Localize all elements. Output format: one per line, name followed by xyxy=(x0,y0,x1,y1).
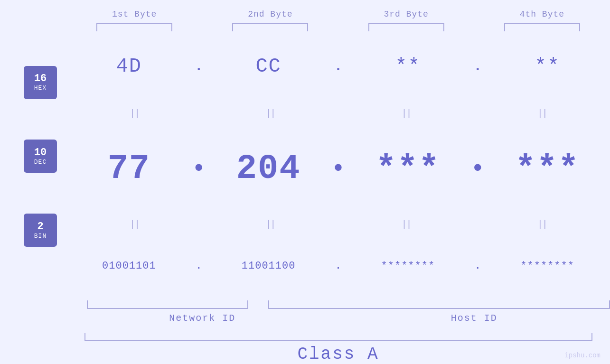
hex-val-4: ** xyxy=(535,55,560,78)
hex-val-1: 4D xyxy=(116,55,142,78)
hex-badge-num: 16 xyxy=(34,73,47,84)
bracket-4 xyxy=(504,23,580,31)
bin-dot-3: . xyxy=(475,261,480,271)
byte-4-header: 4th Byte xyxy=(474,9,610,19)
badges-column: 16 HEX 10 DEC 2 BIN xyxy=(0,41,66,296)
hex-val-2: CC xyxy=(255,55,281,78)
long-bracket-row xyxy=(66,333,610,341)
eq-4: || xyxy=(537,108,547,119)
watermark: ipshu.com xyxy=(564,352,601,359)
bottom-section: Network ID Host ID Class A xyxy=(0,300,610,364)
bracket-1 xyxy=(96,23,172,31)
bin-val-3: ******** xyxy=(381,260,435,272)
bracket-2 xyxy=(232,23,308,31)
dec-val-3: *** xyxy=(376,149,441,188)
dec-badge-num: 10 xyxy=(34,147,47,159)
hex-row: 4D . CC . ** . ** xyxy=(66,55,610,78)
hex-dot-3: . xyxy=(473,58,482,75)
id-labels: Network ID Host ID xyxy=(66,313,610,324)
bin-badge: 2 BIN xyxy=(24,214,57,247)
network-id-label: Network ID xyxy=(66,313,338,324)
host-bracket xyxy=(268,300,610,309)
dec-row: 77 • 204 • *** • *** xyxy=(66,149,610,188)
eq-7: || xyxy=(402,219,411,230)
hex-dot-2: . xyxy=(334,58,342,75)
dec-badge-label: DEC xyxy=(34,159,47,166)
id-brackets xyxy=(66,300,610,309)
eq-5: || xyxy=(130,219,139,230)
network-bracket-line xyxy=(87,300,248,309)
dec-dot-2: • xyxy=(331,155,345,182)
dec-dot-1: • xyxy=(192,155,206,182)
data-columns: 4D . CC . ** . ** || || || || xyxy=(66,41,610,296)
host-id-label: Host ID xyxy=(338,313,610,324)
bin-val-4: ******** xyxy=(520,260,574,272)
bin-badge-num: 2 xyxy=(37,221,43,233)
host-bracket-line xyxy=(268,300,610,309)
bin-dot-1: . xyxy=(196,261,202,271)
byte-3-header: 3rd Byte xyxy=(338,9,474,19)
content-area: 16 HEX 10 DEC 2 BIN 4D . CC xyxy=(0,41,610,296)
dec-val-4: *** xyxy=(515,149,580,188)
eq-3: || xyxy=(402,108,411,119)
bin-val-2: 11001100 xyxy=(242,260,296,272)
main-container: 1st Byte 2nd Byte 3rd Byte 4th Byte 16 H… xyxy=(0,0,610,364)
hex-badge-label: HEX xyxy=(34,84,47,92)
dec-val-2: 204 xyxy=(236,149,301,188)
byte-2-header: 2nd Byte xyxy=(202,9,338,19)
dec-dot-3: • xyxy=(470,155,485,182)
bin-badge-label: BIN xyxy=(34,233,47,240)
bin-dot-2: . xyxy=(335,261,341,271)
byte-1-header: 1st Byte xyxy=(66,9,202,19)
eq-1: || xyxy=(130,108,139,119)
dec-badge: 10 DEC xyxy=(24,140,57,173)
equals-row-2: || || || || xyxy=(66,217,610,231)
long-bracket-line xyxy=(84,333,592,341)
network-bracket xyxy=(66,300,268,309)
hex-badge: 16 HEX xyxy=(24,66,57,99)
class-label: Class A xyxy=(66,345,610,364)
eq-8: || xyxy=(537,219,547,230)
bracket-3 xyxy=(368,23,444,31)
dec-val-1: 77 xyxy=(108,149,150,188)
top-brackets xyxy=(0,23,610,31)
eq-2: || xyxy=(265,108,275,119)
hex-dot-1: . xyxy=(195,58,203,75)
bin-row: 01001101 . 11001100 . ******** . *******… xyxy=(66,260,610,272)
bin-val-1: 01001101 xyxy=(102,260,156,272)
eq-6: || xyxy=(265,219,275,230)
hex-val-3: ** xyxy=(395,55,421,78)
byte-headers: 1st Byte 2nd Byte 3rd Byte 4th Byte xyxy=(0,9,610,19)
equals-row-1: || || || || xyxy=(66,107,610,121)
